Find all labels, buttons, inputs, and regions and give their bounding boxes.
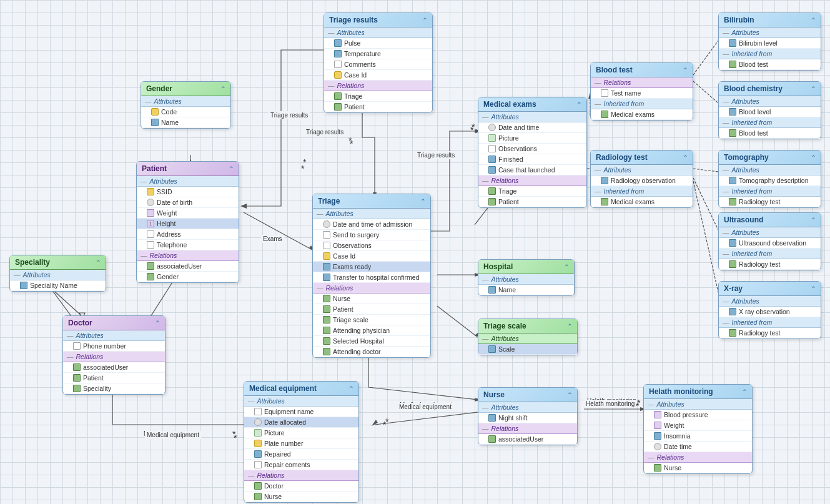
medical-exams-title[interactable]: Medical exams ⌃ — [478, 97, 586, 112]
gender-chevron[interactable]: ⌃ — [220, 86, 225, 92]
xray-inherited-header: — Inherited from — [719, 317, 821, 328]
triage-results-conn-label: Triage results — [269, 111, 310, 119]
speciality-attr-header: — Attributes — [10, 270, 106, 280]
triage-results-right-label: Triage results — [415, 151, 453, 157]
tomography-chevron[interactable]: ⌃ — [811, 154, 816, 161]
datetime-icon — [488, 124, 496, 131]
speciality-chevron[interactable]: ⌃ — [96, 259, 101, 266]
entity-radiology-test: Radiology test ⌃ — Attributes Radiology … — [590, 150, 693, 208]
doctor-equip-icon — [254, 482, 262, 490]
health-monitoring-title[interactable]: Helath monitoring ⌃ — [644, 385, 752, 399]
svg-text:*: * — [303, 157, 307, 167]
rel-gender: Gender — [137, 272, 239, 282]
radiology-test-attr-header: — Attributes — [591, 165, 693, 175]
attr-picture: Picture — [478, 133, 586, 144]
nurse-title[interactable]: Nurse ⌃ — [478, 388, 577, 402]
svg-line-2 — [244, 204, 247, 206]
nurse-chevron[interactable]: ⌃ — [567, 392, 572, 398]
triage-mexams-icon — [488, 187, 496, 195]
medical-exams-chevron[interactable]: ⌃ — [576, 101, 581, 108]
patient-chevron[interactable]: ⌃ — [229, 166, 234, 172]
entity-blood-test: Blood test ⌃ — Relations Test name — Inh… — [590, 62, 693, 121]
patient-doc-icon — [73, 374, 81, 382]
ssid-icon — [147, 188, 154, 195]
svg-line-20 — [693, 178, 718, 230]
triage-scale-attr-header: — Attributes — [478, 334, 577, 344]
medical-equipment-title[interactable]: Medical equipment ⌃ — [244, 382, 358, 396]
surgery-icon — [323, 231, 330, 239]
transfer-icon — [323, 274, 330, 281]
attr-telephone: Telephone — [137, 240, 239, 250]
triage-results-chevron[interactable]: ⌃ — [422, 17, 427, 24]
nurse-rel-header: — Relations — [478, 423, 577, 434]
case-launched-icon — [488, 166, 496, 174]
tomography-title[interactable]: Tomography ⌃ — [719, 151, 821, 165]
xray-obs-icon — [729, 308, 736, 315]
gender-title[interactable]: Gender ⌃ — [141, 82, 230, 96]
attr-insomnia: Insomnia — [644, 431, 752, 442]
triage-rel-header: — Relations — [313, 283, 430, 294]
triage-chevron[interactable]: ⌃ — [420, 198, 425, 205]
radiology-xray-icon — [729, 329, 736, 337]
xray-title[interactable]: X-ray ⌃ — [719, 282, 821, 296]
triage-title[interactable]: Triage ⌃ — [313, 194, 430, 209]
blood-test-rel-header: — Relations — [591, 77, 693, 88]
svg-text:*: * — [232, 429, 236, 439]
attr-equip-name: Equipment name — [244, 407, 358, 417]
doctor-title[interactable]: Doctor ⌃ — [63, 316, 165, 330]
xray-chevron[interactable]: ⌃ — [811, 285, 816, 292]
blood-chemistry-chevron[interactable]: ⌃ — [811, 86, 816, 92]
health-monitoring-rel-header: — Relations — [644, 452, 752, 463]
rel-patient-triage: Patient — [313, 304, 430, 315]
hospital-title[interactable]: Hospital ⌃ — [478, 260, 574, 274]
star-5: * — [383, 420, 386, 430]
attr-date-allocated: Date allocated — [244, 417, 358, 428]
bilirubin-title[interactable]: Bilirubin ⌃ — [719, 13, 821, 27]
attr-xray-obs: X ray observation — [719, 307, 821, 317]
selected-hospital-icon — [323, 337, 330, 345]
attr-dob: Date of birth — [137, 197, 239, 208]
ultrasound-chevron[interactable]: ⌃ — [811, 217, 816, 224]
tomography-inherited-header: — Inherited from — [719, 186, 821, 197]
attr-tomography-desc: Tomography description — [719, 175, 821, 186]
radiology-test-chevron[interactable]: ⌃ — [683, 154, 688, 161]
attr-obs-triage: Observations — [313, 240, 430, 251]
gender-attr-header: — Attributes — [141, 96, 230, 107]
blood-test-title[interactable]: Blood test ⌃ — [591, 63, 693, 77]
patient-rel-header: — Relations — [137, 250, 239, 261]
speciality-title[interactable]: Speciality ⌃ — [10, 255, 106, 270]
patient-title[interactable]: Patient ⌃ — [137, 162, 239, 176]
attr-speciality-name: Speciality Name — [10, 280, 106, 291]
medical-equipment-chevron[interactable]: ⌃ — [348, 385, 353, 392]
bilirubin-chevron[interactable]: ⌃ — [811, 17, 816, 24]
exams-conn-label: Exams — [261, 235, 284, 243]
nurse-triage-icon — [323, 295, 330, 302]
hospital-chevron[interactable]: ⌃ — [564, 264, 569, 270]
repaired-icon — [254, 450, 262, 458]
blood-test-inherited-header: — Inherited from — [591, 99, 693, 109]
attr-repair-coments: Repair coments — [244, 460, 358, 470]
radiology-test-title[interactable]: Radiology test ⌃ — [591, 151, 693, 165]
triage-results-title[interactable]: Triage results ⌃ — [324, 13, 432, 27]
radiology-test-inherited-header: — Inherited from — [591, 186, 693, 197]
bilirubin-level-icon — [729, 39, 736, 47]
doctor-chevron[interactable]: ⌃ — [155, 320, 160, 327]
entity-bilirubin: Bilirubin ⌃ — Attributes Bilirubin level… — [718, 12, 821, 71]
inherited-blood-test-bc: Blood test — [719, 128, 821, 139]
ultrasound-title[interactable]: Ultrasound ⌃ — [719, 213, 821, 227]
attr-weight: Weight — [137, 208, 239, 219]
entity-hospital: Hospital ⌃ — Attributes Name — [478, 259, 575, 296]
inherited-radiology-ultra: Radiology test — [719, 259, 821, 270]
exams-label: Exams — [262, 235, 282, 242]
scale-icon — [488, 345, 496, 353]
night-shift-icon — [488, 414, 496, 422]
blood-test-chevron[interactable]: ⌃ — [683, 67, 688, 74]
plate-num-icon — [254, 440, 262, 447]
triage-scale-title[interactable]: Triage scale ⌃ — [478, 319, 577, 334]
caseid-triage-icon — [323, 252, 330, 260]
health-monitoring-chevron[interactable]: ⌃ — [742, 388, 747, 395]
svg-marker-3 — [240, 204, 247, 209]
triage-scale-chevron[interactable]: ⌃ — [567, 323, 572, 330]
blood-chemistry-title[interactable]: Blood chemistry ⌃ — [719, 82, 821, 96]
tomography-desc-icon — [729, 177, 736, 184]
